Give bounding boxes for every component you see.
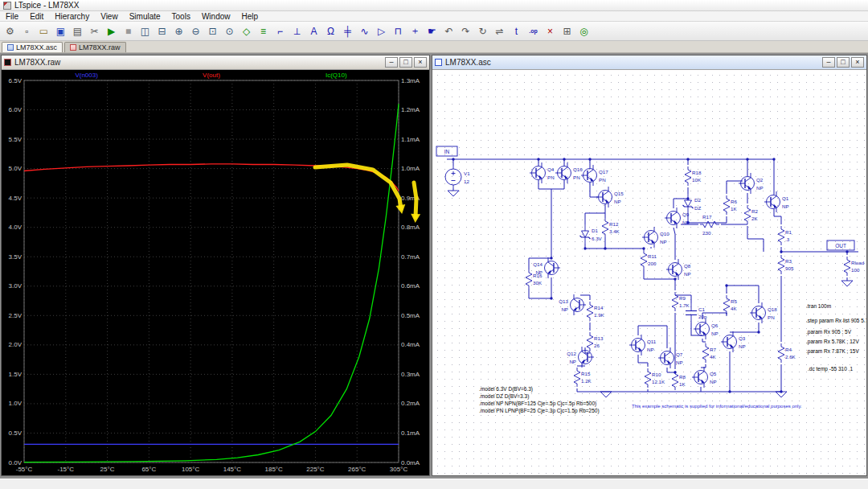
tab-LM78XX.raw[interactable]: LM78XX.raw	[64, 42, 126, 52]
print-button[interactable]: ▤	[69, 23, 86, 39]
component-Rload[interactable]: Rload100	[844, 257, 865, 276]
component-Q3[interactable]: Q3NP	[721, 331, 746, 352]
drag-button[interactable]: ☛	[424, 23, 440, 39]
move-button[interactable]: ＋	[407, 23, 424, 39]
component-button[interactable]: ⊓	[390, 23, 407, 39]
component-Q5[interactable]: Q5NP	[692, 367, 717, 388]
component-Q18[interactable]: Q18PN	[750, 302, 777, 323]
redo-button[interactable]: ↷	[457, 23, 474, 39]
waveform-window-titlebar[interactable]: LM78XX.raw –□×	[2, 55, 429, 70]
component-R10[interactable]: R1012.1K	[645, 368, 665, 388]
menu-file[interactable]: File	[0, 12, 24, 21]
component-Q10[interactable]: Q10NP	[642, 227, 669, 248]
educational-note[interactable]: This example schematic is supplied for i…	[632, 404, 802, 409]
directive-step[interactable]: .step param Rx list 905 5.78K 7.87K	[806, 318, 866, 324]
component-Q2[interactable]: Q2NP	[739, 173, 764, 194]
component-R1[interactable]: R1.3	[778, 226, 792, 245]
duplicate-button[interactable]: ⊞	[559, 23, 575, 39]
model-line-2[interactable]: .model DZ D(BV=3.3)	[479, 393, 529, 400]
component-ground[interactable]	[448, 191, 459, 196]
component-Q17[interactable]: Q17PN	[581, 165, 608, 186]
component-V1[interactable]: V112	[445, 166, 470, 188]
directive-param-5v[interactable]: .param Rx 905 ; 5V	[806, 329, 852, 335]
save-button[interactable]: ▣	[52, 23, 69, 39]
component-Q4[interactable]: Q4PN	[530, 162, 555, 183]
wave-minimize-button[interactable]: –	[385, 57, 398, 68]
sch-restore-button[interactable]: □	[837, 57, 850, 68]
run-button[interactable]: ▶	[103, 23, 120, 39]
component-R18[interactable]: R1810K	[685, 166, 702, 186]
schematic-canvas[interactable]: V112Q4PNQ16PNQ17PNR1810KQ2NPD2DZR61KQ1NP…	[432, 70, 866, 475]
inductor-button[interactable]: ∿	[356, 23, 373, 39]
component-R11[interactable]: R11200	[641, 250, 657, 269]
rotate-button[interactable]: ↻	[474, 23, 491, 39]
tile-vertical-button[interactable]: ◫	[137, 23, 154, 39]
autorange-button[interactable]: ◇	[238, 23, 255, 39]
menu-view[interactable]: View	[95, 12, 124, 21]
component-Q6[interactable]: Q6NP	[694, 318, 719, 339]
menu-help[interactable]: Help	[236, 12, 264, 21]
component-R4[interactable]: R42.6K	[778, 343, 796, 363]
component-R12[interactable]: R123.4K	[602, 218, 620, 237]
component-R15[interactable]: R151.2K	[574, 368, 592, 387]
capacitor-button[interactable]: ╪	[339, 23, 356, 39]
component-Q7[interactable]: Q7NP	[658, 347, 683, 368]
undo-button[interactable]: ↶	[440, 23, 457, 39]
menu-edit[interactable]: Edit	[24, 12, 49, 21]
component-R8[interactable]: R81K	[672, 371, 686, 390]
sch-close-button[interactable]: ×	[851, 57, 864, 68]
component-R3[interactable]: R3905	[778, 255, 794, 274]
legend-V(out)[interactable]: V(out)	[203, 72, 220, 79]
new-schematic-button[interactable]: ▫	[18, 23, 35, 39]
wave-close-button[interactable]: ×	[414, 57, 427, 68]
component-Q13[interactable]: Q13NP	[559, 294, 586, 315]
menu-tools[interactable]: Tools	[166, 12, 196, 21]
waveform-plot[interactable]: 0.0V0.0mA0.5V0.1mA1.0V0.2mA1.5V0.3mA2.0V…	[2, 70, 429, 475]
spice-netlist-button[interactable]: ≡	[255, 23, 272, 39]
component-R13[interactable]: R1326	[587, 332, 604, 351]
component-Q1[interactable]: Q1NP	[764, 191, 789, 212]
model-line-3[interactable]: .model NP NPN(BF=125 Cje=.5p Cjc=.5p Rb=…	[479, 401, 596, 407]
component-R7[interactable]: R74K	[702, 343, 716, 363]
open-button[interactable]: ▭	[35, 23, 52, 39]
component-R16[interactable]: R1630K	[526, 269, 542, 289]
component-R5[interactable]: R54K	[723, 295, 737, 314]
component-R14[interactable]: R141.9K	[587, 302, 605, 321]
zoom-in-button[interactable]: ⊕	[170, 23, 187, 39]
legend-V(n003)[interactable]: V(n003)	[75, 72, 98, 79]
net-label-button[interactable]: A	[305, 23, 322, 39]
wave-restore-button[interactable]: □	[399, 57, 412, 68]
component-R6[interactable]: R61K	[723, 195, 737, 215]
menu-simulate[interactable]: Simulate	[124, 12, 166, 21]
component-Q11[interactable]: Q11NP	[629, 335, 657, 355]
text-button[interactable]: t	[508, 23, 525, 39]
mirror-button[interactable]: ⇌	[491, 23, 508, 39]
diode-button[interactable]: ▷	[373, 23, 390, 39]
zoom-out-button[interactable]: ⊖	[187, 23, 204, 39]
directive-param-12v[interactable]: .param Rx 5.78K ; 12V	[806, 339, 859, 345]
spice-directive-button[interactable]: .op	[525, 23, 542, 39]
ground-button[interactable]: ⟂	[289, 23, 305, 39]
directive-dc[interactable]: .dc temp -55 310 .1	[808, 366, 853, 372]
control-panel-button[interactable]: ⚙	[2, 23, 18, 39]
zoom-full-extents-button[interactable]: ⊙	[221, 23, 238, 39]
zoom-area-button[interactable]: ⊡	[204, 23, 221, 39]
component-ground[interactable]	[600, 392, 612, 397]
directive-tran[interactable]: .tran 100m	[806, 303, 831, 309]
model-line-1[interactable]: .model 6.3V D(BV=6.3)	[479, 386, 533, 392]
directive-param-15v[interactable]: .param Rx 7.87K ; 15V	[806, 348, 859, 355]
wire-button[interactable]: ⌐	[272, 23, 289, 39]
component-Q9[interactable]: Q9NP	[665, 208, 690, 228]
tab-LM78XX.asc[interactable]: LM78XX.asc	[2, 42, 63, 52]
menu-hierarchy[interactable]: Hierarchy	[49, 12, 95, 21]
component-D1[interactable]: D16.3V	[580, 224, 603, 244]
component-Q15[interactable]: Q15NP	[596, 187, 624, 208]
component-R2[interactable]: R22K	[744, 205, 758, 224]
delete-button[interactable]: ×	[542, 23, 559, 39]
component-Q8[interactable]: Q8NP	[666, 259, 691, 280]
window-titlebar[interactable]: LTspice - LM78XX	[0, 0, 868, 11]
cut-button[interactable]: ✂	[86, 23, 103, 39]
sch-minimize-button[interactable]: –	[822, 57, 835, 68]
component-D2[interactable]: D2DZ	[683, 194, 702, 213]
halt-button[interactable]: ■	[120, 23, 137, 39]
